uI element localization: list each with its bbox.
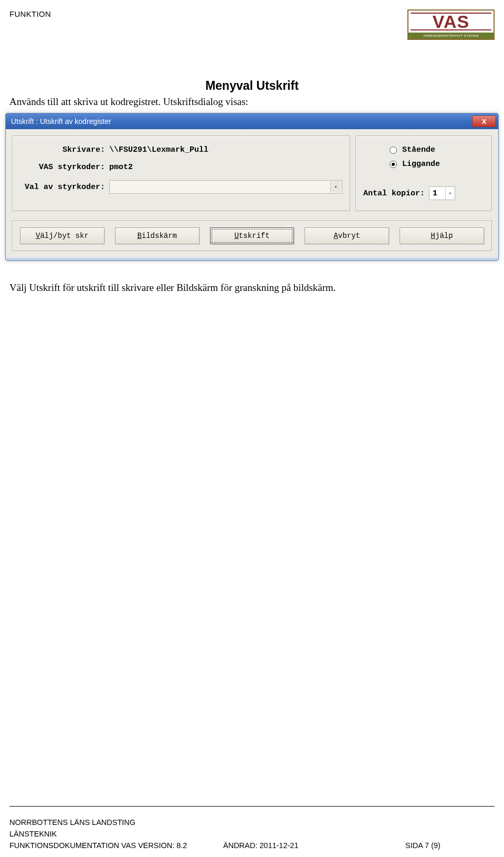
footer-org: NORRBOTTENS LÄNS LANDSTING <box>9 818 495 827</box>
funktion-label: FUNKTION <box>9 9 51 18</box>
close-icon: X <box>482 118 487 126</box>
dialog-titlebar[interactable]: Utskrift : Utskrift av kodregister X <box>6 113 498 129</box>
hjalp-button[interactable]: Hjälp <box>400 227 484 244</box>
bildskarm-button[interactable]: Bildskärm <box>115 227 200 244</box>
label-liggande: Liggande <box>402 160 440 169</box>
label-val-av-styrkoder: Val av styrkoder: <box>20 183 109 192</box>
footer-doc: FUNKTIONSDOKUMENTATION VAS VERSION: 8.2 <box>9 841 192 850</box>
radio-liggande[interactable] <box>390 161 397 168</box>
dialog-title: Utskrift : Utskrift av kodregister <box>11 117 111 126</box>
button-panel: Välj/byt skr Bildskärm Utskrift Avbryt H… <box>12 221 492 251</box>
page-header: FUNKTION VAS VÅRDADMINISTRATIVT SYSTEM <box>9 9 495 40</box>
label-styrkoder: VAS styrkoder: <box>20 163 109 172</box>
antal-kopior-value: 1 <box>433 189 437 198</box>
options-panel: Stående Liggande Antal kopior: 1 ▾ <box>355 135 492 211</box>
chevron-down-icon: ▾ <box>445 187 455 200</box>
post-text: Välj Utskrift för utskrift till skrivare… <box>5 282 499 294</box>
vas-logo: VAS VÅRDADMINISTRATIVT SYSTEM <box>407 9 495 40</box>
vas-logo-text: VAS <box>408 11 494 33</box>
value-skrivare: \\FSU291\Lexmark_Pull <box>109 145 208 154</box>
footer-changed: ÄNDRAD: 2011-12-21 <box>192 841 405 850</box>
footer-dept: LÄNSTEKNIK <box>9 830 495 838</box>
intro-text: Används till att skriva ut kodregistret.… <box>5 96 499 108</box>
radio-staende[interactable] <box>390 147 397 154</box>
footer-divider <box>9 806 495 807</box>
chevron-down-icon: ▾ <box>330 181 341 193</box>
avbryt-button[interactable]: Avbryt <box>304 227 389 244</box>
label-antal-kopior: Antal kopior: <box>363 189 425 198</box>
utskrift-button[interactable]: Utskrift <box>210 227 295 244</box>
dialog-body: Skrivare: \\FSU291\Lexmark_Pull VAS styr… <box>6 129 498 257</box>
val-av-styrkoder-dropdown[interactable]: ▾ <box>109 180 342 194</box>
footer-page: SIDA 7 (9) <box>405 841 495 850</box>
radio-liggande-row[interactable]: Liggande <box>363 160 484 169</box>
label-staende: Stående <box>402 145 435 154</box>
print-dialog: Utskrift : Utskrift av kodregister X Skr… <box>5 113 499 261</box>
section-title: Menyval Utskrift <box>5 79 499 93</box>
antal-kopior-input[interactable]: 1 ▾ <box>429 186 455 200</box>
printer-panel: Skrivare: \\FSU291\Lexmark_Pull VAS styr… <box>12 135 350 211</box>
close-button[interactable]: X <box>472 116 496 127</box>
vas-logo-subtext: VÅRDADMINISTRATIVT SYSTEM <box>408 33 494 39</box>
footer: NORRBOTTENS LÄNS LANDSTING LÄNSTEKNIK FU… <box>9 815 495 850</box>
dialog-bottom-strip <box>6 257 498 260</box>
valj-byt-skr-button[interactable]: Välj/byt skr <box>20 227 104 244</box>
label-skrivare: Skrivare: <box>20 145 109 154</box>
radio-staende-row[interactable]: Stående <box>363 145 484 154</box>
content: Menyval Utskrift Används till att skriva… <box>5 79 499 294</box>
value-styrkoder: pmot2 <box>109 163 133 172</box>
